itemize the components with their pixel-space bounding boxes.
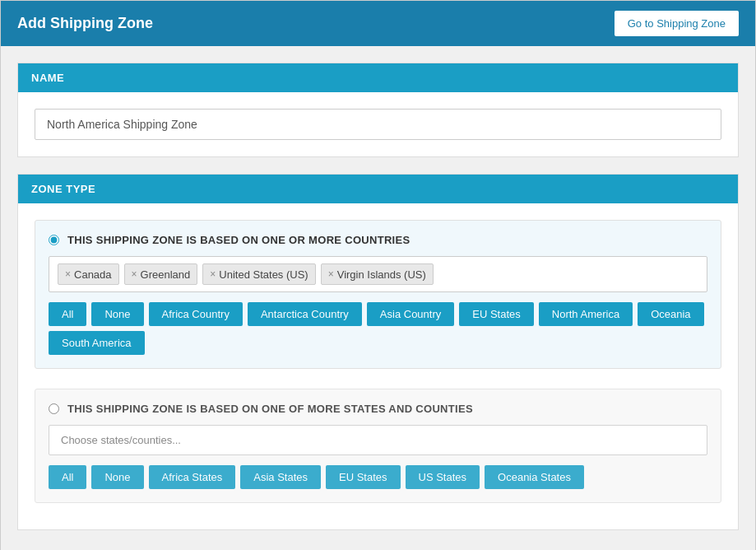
countries-btn-group: All None Africa Country Antarctica Count… [49, 302, 707, 355]
name-section: NAME [17, 63, 739, 157]
all-countries-button[interactable]: All [49, 302, 86, 326]
name-section-heading: NAME [18, 63, 738, 92]
tag-vi: × Virgin Islands (US) [321, 263, 434, 285]
remove-canada-icon[interactable]: × [65, 268, 71, 280]
remove-us-icon[interactable]: × [210, 268, 216, 280]
africa-states-button[interactable]: Africa States [149, 465, 236, 489]
eu-states-button[interactable]: EU States [326, 465, 401, 489]
tag-us-label: United States (US) [219, 268, 308, 281]
all-states-button[interactable]: All [49, 465, 86, 489]
oceania-button[interactable]: Oceania [638, 302, 703, 326]
window: Add Shipping Zone Go to Shipping Zone NA… [0, 0, 756, 550]
go-to-shipping-zone-button[interactable]: Go to Shipping Zone [615, 11, 739, 36]
zone-type-section: ZONE TYPE THIS SHIPPING ZONE IS BASED ON… [17, 174, 739, 530]
countries-radio-label: THIS SHIPPING ZONE IS BASED ON ONE OR MO… [67, 234, 410, 246]
zone-type-heading: ZONE TYPE [18, 175, 738, 203]
north-america-button[interactable]: North America [539, 302, 633, 326]
zone-name-input[interactable] [35, 109, 721, 140]
states-radio-row: THIS SHIPPING ZONE IS BASED ON ONE OF MO… [49, 403, 707, 415]
tag-canada-label: Canada [74, 268, 112, 281]
countries-radio[interactable] [49, 235, 59, 245]
states-option: THIS SHIPPING ZONE IS BASED ON ONE OF MO… [35, 389, 721, 503]
zone-type-body: THIS SHIPPING ZONE IS BASED ON ONE OR MO… [18, 203, 738, 529]
antarctica-country-button[interactable]: Antarctica Country [248, 302, 362, 326]
south-america-button[interactable]: South America [49, 331, 145, 355]
none-countries-button[interactable]: None [91, 302, 143, 326]
asia-country-button[interactable]: Asia Country [367, 302, 454, 326]
africa-country-button[interactable]: Africa Country [149, 302, 243, 326]
states-radio-label: THIS SHIPPING ZONE IS BASED ON ONE OF MO… [67, 403, 473, 415]
countries-option: THIS SHIPPING ZONE IS BASED ON ONE OR MO… [35, 220, 721, 369]
eu-states-country-button[interactable]: EU States [459, 302, 534, 326]
us-states-button[interactable]: US States [406, 465, 480, 489]
content-area: NAME ZONE TYPE THIS SHIPPING ZONE IS BAS… [1, 46, 755, 550]
tag-us: × United States (US) [202, 263, 315, 285]
header: Add Shipping Zone Go to Shipping Zone [1, 1, 755, 46]
states-search-input[interactable] [49, 425, 707, 455]
tag-vi-label: Virgin Islands (US) [337, 268, 426, 281]
remove-vi-icon[interactable]: × [328, 268, 334, 280]
tag-greenland: × Greenland [124, 263, 198, 285]
states-btn-group: All None Africa States Asia States EU St… [49, 465, 707, 489]
page-title: Add Shipping Zone [17, 15, 153, 32]
zone-options-wrapper: THIS SHIPPING ZONE IS BASED ON ONE OR MO… [35, 220, 721, 513]
tag-greenland-label: Greenland [141, 268, 191, 281]
tag-canada: × Canada [58, 263, 119, 285]
none-states-button[interactable]: None [91, 465, 143, 489]
name-section-body [18, 92, 738, 156]
remove-greenland-icon[interactable]: × [132, 268, 137, 280]
oceania-states-button[interactable]: Oceania States [485, 465, 584, 489]
asia-states-button[interactable]: Asia States [240, 465, 321, 489]
countries-tags-box: × Canada × Greenland × United States (US… [49, 256, 707, 292]
states-radio[interactable] [49, 403, 59, 414]
countries-radio-row: THIS SHIPPING ZONE IS BASED ON ONE OR MO… [49, 234, 707, 246]
